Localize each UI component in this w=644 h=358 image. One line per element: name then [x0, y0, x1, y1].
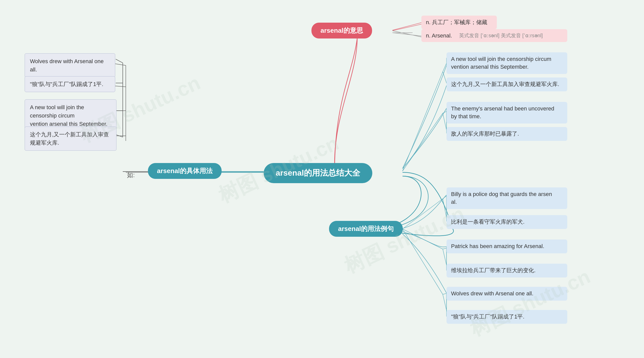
right-box-8-text: 维埃拉给兵工厂带来了巨大的变化.	[451, 267, 536, 273]
svg-line-29	[116, 59, 123, 63]
examples-node: arsenal的用法例句	[329, 221, 403, 237]
left-box-4-text: 这个九月,又一个新工具加入审查规避军火库.	[30, 131, 109, 146]
right-box-1-text: A new tool will join the censorship circ…	[451, 56, 551, 70]
meaning-box-2: n. Arsenal. 英式发音 [ˈɑːsənl] 美式发音 [ˈɑːrsən…	[421, 29, 567, 42]
central-node-label: arsenal的用法总结大全	[276, 168, 360, 177]
right-box-9-text: Wolves drew with Arsenal one all.	[451, 290, 533, 297]
right-box-10: "狼"队与"兵工厂"队踢成了1平.	[447, 310, 567, 324]
right-box-5-text: Billy is a police dog that guards the ar…	[451, 191, 552, 205]
right-box-1: A new tool will join the censorship circ…	[447, 52, 567, 74]
svg-line-23	[392, 23, 421, 30]
right-box-8: 维埃拉给兵工厂带来了巨大的变化.	[447, 264, 567, 277]
right-box-7: Patrick has been amazing for Arsenal.	[447, 240, 567, 253]
left-box-1: Wolves drew with Arsenal one all.	[25, 53, 115, 77]
left-box-3-text: A new tool will join the censorship circ…	[30, 104, 107, 127]
left-box-4: 这个九月,又一个新工具加入审查规避军火库.	[25, 127, 116, 151]
right-box-5: Billy is a police dog that guards the ar…	[447, 187, 567, 209]
right-box-3-text: The enemy's arsenal had been uncoveredby…	[451, 105, 554, 120]
svg-line-20	[403, 229, 443, 294]
meaning-node-label: arsenal的意思	[320, 27, 363, 34]
svg-line-24	[392, 33, 421, 36]
right-box-10-text: "狼"队与"兵工厂"队踢成了1平.	[451, 313, 525, 320]
svg-line-0	[392, 24, 423, 31]
left-box-1-text: Wolves drew with Arsenal one all.	[30, 58, 104, 73]
svg-line-32	[116, 135, 123, 137]
right-box-3: The enemy's arsenal had been uncoveredby…	[447, 102, 567, 124]
specific-node: arsenal的具体用法	[148, 163, 222, 179]
examples-node-label: arsenal的用法例句	[338, 225, 394, 232]
right-box-6-text: 比利是一条看守军火库的军犬.	[451, 219, 525, 225]
right-box-9: Wolves drew with Arsenal one all.	[447, 287, 567, 301]
label-ru: 如:	[127, 171, 135, 179]
pronunciation-text: 英式发音 [ˈɑːsənl] 美式发音 [ˈɑːrsənl]	[459, 32, 543, 39]
left-box-2: "狼"队与"兵工厂"队踢成了1平.	[25, 76, 115, 92]
right-box-4-text: 敌人的军火库那时已暴露了.	[451, 131, 519, 137]
meaning-node: arsenal的意思	[311, 23, 372, 38]
right-box-2: 这个九月,又一个新工具加入审查规避军火库.	[447, 77, 567, 91]
left-box-2-text: "狼"队与"兵工厂"队踢成了1平.	[30, 81, 103, 87]
specific-node-label: arsenal的具体用法	[157, 167, 213, 175]
right-box-6: 比利是一条看守军火库的军犬.	[447, 215, 567, 229]
meaning-box-1: n. 兵工厂；军械库；储藏	[421, 16, 497, 29]
meaning-text-2: n. Arsenal.	[426, 32, 452, 39]
svg-line-11	[403, 113, 443, 171]
central-node: arsenal的用法总结大全	[264, 163, 372, 183]
right-box-2-text: 这个九月,又一个新工具加入审查规避军火库.	[451, 81, 559, 87]
svg-line-14	[403, 199, 443, 229]
right-box-7-text: Patrick has been amazing for Arsenal.	[451, 243, 544, 249]
svg-line-8	[403, 72, 443, 171]
svg-line-17	[403, 229, 443, 249]
label-ru-text: 如:	[127, 172, 135, 178]
svg-line-1	[392, 31, 423, 37]
right-box-4: 敌人的军火库那时已暴露了.	[447, 127, 567, 141]
meaning-text-1: n. 兵工厂；军械库；储藏	[426, 19, 487, 25]
